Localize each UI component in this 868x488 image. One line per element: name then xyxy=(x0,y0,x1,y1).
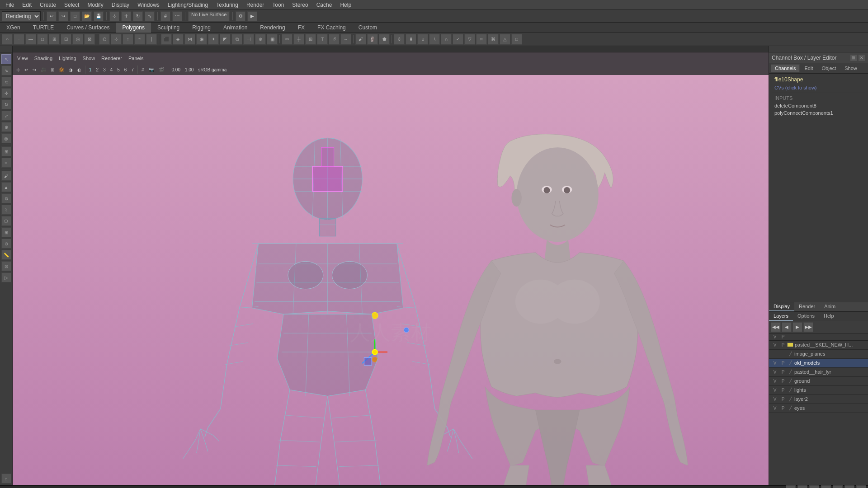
triangulate-icon[interactable]: △ xyxy=(500,34,510,45)
wedge-icon[interactable]: ◤ xyxy=(220,34,231,45)
rotate-tool-icon[interactable]: ↻ xyxy=(133,11,143,21)
ch-tab-edit[interactable]: Edit xyxy=(800,64,817,72)
menu-toon[interactable]: Toon xyxy=(269,1,288,9)
mesh-display-icon[interactable]: ⊹ xyxy=(111,34,122,45)
rotate-tool-btn[interactable]: ↻ xyxy=(1,99,11,109)
ch-tab-channels[interactable]: Channels xyxy=(771,64,800,72)
tab-curves-surfaces[interactable]: Curves / Surfaces xyxy=(60,23,116,33)
ch-tab-show[interactable]: Show xyxy=(840,64,861,72)
play-next-btn[interactable]: ▶▶ xyxy=(844,485,854,488)
boolean-intersect-icon[interactable]: ∩ xyxy=(441,34,452,45)
layers-sub-layers[interactable]: Layers xyxy=(769,312,793,321)
vp-shading-menu[interactable]: Shading xyxy=(32,55,55,62)
layers-sub-options[interactable]: Options xyxy=(793,312,819,321)
vp-film-btn[interactable]: 🎬 xyxy=(157,65,166,74)
menu-cache[interactable]: Cache xyxy=(313,1,336,9)
menu-select[interactable]: Select xyxy=(61,1,83,9)
snap-grid-icon[interactable]: # xyxy=(160,11,170,21)
menu-render[interactable]: Render xyxy=(243,1,268,9)
layer-row-image-planes[interactable]: ╱ image_planes xyxy=(769,350,868,359)
flip-icon[interactable]: ↔ xyxy=(340,34,351,45)
select-face-icon[interactable]: □ xyxy=(37,34,48,45)
spin-edge-icon[interactable]: ↺ xyxy=(329,34,340,45)
layout-btn[interactable]: ⊞ xyxy=(1,227,11,237)
render-mode-select[interactable]: Rendering xyxy=(2,11,41,21)
fill-hole-icon[interactable]: ◉ xyxy=(196,34,207,45)
menu-file[interactable]: File xyxy=(2,1,18,9)
layer-next2-btn[interactable]: ▶▶ xyxy=(803,322,813,332)
offset-icon[interactable]: ⊞ xyxy=(305,34,316,45)
render-settings-icon[interactable]: ⚙ xyxy=(236,11,245,21)
menu-help[interactable]: Help xyxy=(336,1,355,9)
vp-icon-7[interactable]: ◑ xyxy=(67,65,75,74)
tab-rigging[interactable]: Rigging xyxy=(186,23,217,33)
select-vertex-icon[interactable]: · xyxy=(14,34,24,45)
bridge-icon[interactable]: ⋈ xyxy=(184,34,195,45)
extrude-icon[interactable]: ⬛ xyxy=(161,34,172,45)
vp-renderer-menu[interactable]: Renderer xyxy=(99,55,125,62)
remesh-icon[interactable]: ⌗ xyxy=(476,34,487,45)
sculpt-btn[interactable]: ▲ xyxy=(1,182,11,192)
ch-tab-object[interactable]: Object xyxy=(817,64,840,72)
render-region-btn[interactable]: ⊡ xyxy=(1,261,11,271)
menu-create[interactable]: Create xyxy=(36,1,60,9)
new-scene-button[interactable]: □ xyxy=(70,11,80,21)
snap-curve-icon[interactable]: 〰 xyxy=(172,11,182,21)
layer-row-skel[interactable]: V P pasted__SKEL_NEW_H... xyxy=(769,341,868,350)
tab-animation[interactable]: Animation xyxy=(217,23,254,33)
vp-grid-btn[interactable]: # xyxy=(140,65,146,74)
tab-turtle[interactable]: TURTLE xyxy=(27,23,60,33)
vp-mode-4[interactable]: 4 xyxy=(108,65,115,74)
merge-icon[interactable]: ⊕ xyxy=(255,34,266,45)
batch-render-icon[interactable]: ▶ xyxy=(247,11,257,21)
layer-row-old-models[interactable]: V P ╱ old_models xyxy=(769,359,868,368)
tab-rendering[interactable]: Rendering xyxy=(254,23,291,33)
panel-float-btn[interactable]: ⊞ xyxy=(850,54,857,61)
play-end-btn[interactable]: ▶| xyxy=(856,485,866,488)
play-start-btn[interactable]: |◀ xyxy=(786,485,796,488)
input-1[interactable]: deleteComponent8 xyxy=(772,102,865,109)
save-scene-button[interactable]: 💾 xyxy=(94,11,104,21)
snap-btn[interactable]: ⊙ xyxy=(1,239,11,249)
retopo-icon[interactable]: ⌘ xyxy=(488,34,499,45)
select-edge-icon[interactable]: — xyxy=(25,34,36,45)
play-btn[interactable]: ▶ xyxy=(821,485,831,488)
layer-row-layer2[interactable]: V P ╱ layer2 xyxy=(769,395,868,404)
reduce-icon[interactable]: ▽ xyxy=(464,34,475,45)
menu-windows[interactable]: Windows xyxy=(134,1,163,9)
vp-mode-5[interactable]: 5 xyxy=(115,65,122,74)
combine-icon[interactable]: ⧲ xyxy=(394,34,405,45)
collapse-icon[interactable]: ▣ xyxy=(267,34,278,45)
menu-modify[interactable]: Modify xyxy=(84,1,107,9)
layer-prev2-btn[interactable]: ◀ xyxy=(782,322,792,332)
select-multi-icon[interactable]: ⊞ xyxy=(49,34,60,45)
input-2[interactable]: polyConnectComponents1 xyxy=(772,109,865,117)
separate-icon[interactable]: ⧳ xyxy=(406,34,416,45)
paint-weights-icon[interactable]: ⬟ xyxy=(379,34,390,45)
layers-sub-help[interactable]: Help xyxy=(819,312,839,321)
extract-icon[interactable]: ⊣ xyxy=(243,34,254,45)
vp-mode-7[interactable]: 7 xyxy=(129,65,136,74)
attr-btn[interactable]: ≡ xyxy=(1,158,11,168)
vp-mode-3[interactable]: 3 xyxy=(101,65,108,74)
layer-row-lights[interactable]: V P ╱ lights xyxy=(769,386,868,395)
tab-fx[interactable]: FX xyxy=(292,23,311,33)
smooth-mesh-icon[interactable]: ⌬ xyxy=(99,34,110,45)
duplicate-face-icon[interactable]: ⧉ xyxy=(231,34,242,45)
vp-mode-1[interactable]: 1 xyxy=(87,65,94,74)
undo-button[interactable]: ↩ xyxy=(47,11,57,21)
soften-edge-icon[interactable]: ~ xyxy=(134,34,145,45)
tab-fx-caching[interactable]: FX Caching xyxy=(311,23,352,33)
redo-button[interactable]: ↪ xyxy=(58,11,68,21)
soft-mod-btn[interactable]: ◎ xyxy=(1,133,11,143)
vp-panels-menu[interactable]: Panels xyxy=(126,55,146,62)
viewport[interactable]: View Shading Lighting Show Renderer Pane… xyxy=(13,52,769,485)
vp-icon-8[interactable]: ◐ xyxy=(75,65,83,74)
select-tool-icon[interactable]: ⊹ xyxy=(109,11,119,21)
lasso-select-btn[interactable]: ⊂ xyxy=(1,77,11,87)
create-joint-btn[interactable]: ⊚ xyxy=(1,193,11,203)
layer-row-eyes[interactable]: V P ╱ eyes xyxy=(769,404,868,413)
universal-manipulator-btn[interactable]: ⊕ xyxy=(1,122,11,132)
home-btn[interactable]: ⌂ xyxy=(1,474,11,483)
split-icon[interactable]: ⊤ xyxy=(317,34,328,45)
